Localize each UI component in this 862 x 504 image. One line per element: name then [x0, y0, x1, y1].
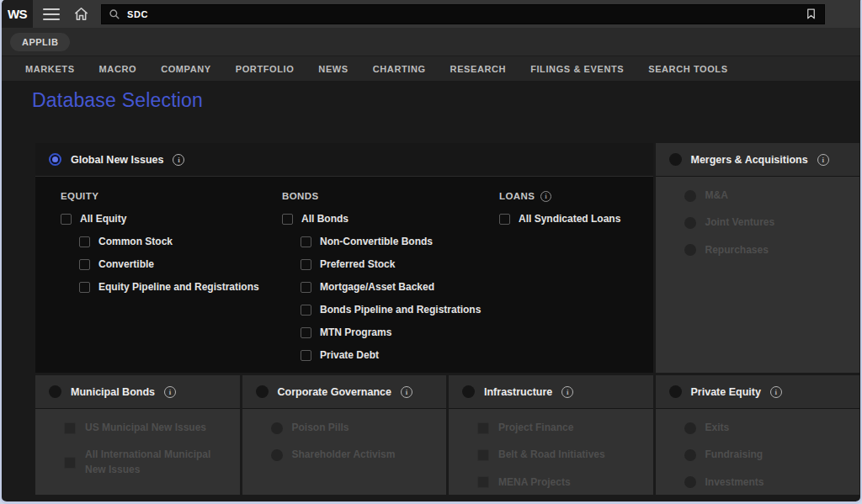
info-icon[interactable] — [401, 386, 412, 398]
search-input[interactable] — [127, 9, 805, 19]
checkbox[interactable] — [79, 236, 90, 247]
radio-corporate-governance[interactable] — [256, 385, 269, 398]
main-nav: MARKETS MACRO COMPANY PORTFOLIO NEWS CHA… — [2, 56, 860, 81]
search-icon — [109, 8, 120, 20]
disabled-radio-item-shareholder-activism: Shareholder Activism — [271, 448, 447, 462]
checkbox-label: Non-Convertible Bonds — [320, 236, 433, 247]
panel-private-equity: Private Equity Exits Fundraising Investm… — [656, 375, 860, 495]
page-title: Database Selection — [32, 89, 856, 112]
checkbox-item-all-equity[interactable]: All Equity — [61, 213, 282, 225]
bookmark-icon[interactable] — [805, 8, 817, 20]
checkbox[interactable] — [301, 236, 311, 247]
radio-disabled — [684, 449, 696, 461]
checkbox[interactable] — [301, 282, 311, 293]
disabled-checkbox-item-mena-projects: MENA Projects — [477, 475, 653, 490]
panel-header-private-equity[interactable]: Private Equity — [656, 375, 860, 409]
panel-title: Global New Issues — [71, 154, 163, 166]
info-icon[interactable] — [770, 386, 782, 398]
panel-body-infrastructure: Project Finance Belt & Road Initiatives … — [449, 409, 653, 495]
info-icon[interactable] — [817, 154, 829, 166]
tab-applib[interactable]: APPLIB — [10, 33, 70, 51]
checkbox-item-preferred-stock[interactable]: Preferred Stock — [301, 258, 499, 270]
checkbox-item-mtn-programs[interactable]: MTN Programs — [301, 326, 499, 338]
radio-disabled — [684, 217, 696, 229]
radio-global-new-issues-selected[interactable] — [49, 153, 61, 166]
checkbox[interactable] — [301, 305, 311, 316]
item-label: US Municipal New Issues — [85, 421, 206, 435]
nav-research[interactable]: RESEARCH — [450, 64, 507, 74]
nav-portfolio[interactable]: PORTFOLIO — [236, 64, 295, 74]
top-bar: WS — [2, 0, 860, 28]
panel-body-municipal-bonds: US Municipal New Issues All Internationa… — [35, 409, 240, 495]
checkbox-item-all-bonds[interactable]: All Bonds — [282, 213, 499, 225]
checkbox[interactable] — [79, 282, 90, 293]
panel-header-corporate-governance[interactable]: Corporate Governance — [242, 375, 447, 409]
item-label: Poison Pills — [292, 421, 349, 435]
checkbox-item-mortgage-asset-backed[interactable]: Mortgage/Asset Backed — [301, 281, 499, 293]
search-bar[interactable] — [101, 4, 825, 24]
radio-disabled — [271, 449, 283, 461]
column-header-bonds: BONDS — [282, 190, 499, 202]
checkbox-item-all-syndicated-loans[interactable]: All Syndicated Loans — [499, 213, 653, 225]
menu-icon[interactable] — [43, 8, 60, 20]
checkbox[interactable] — [301, 259, 311, 270]
nav-macro[interactable]: MACRO — [99, 64, 137, 74]
checkbox-disabled — [477, 476, 489, 488]
item-label: Repurchases — [705, 243, 769, 257]
panel-mergers-acquisitions: Mergers & Acquisitions M&A Joint Venture… — [656, 143, 860, 373]
column-equity: EQUITY All Equity Common Stock Convertib… — [61, 190, 282, 373]
radio-infrastructure[interactable] — [462, 385, 475, 398]
checkbox[interactable] — [61, 214, 72, 225]
checkbox-label: All Bonds — [301, 213, 349, 225]
checkbox-disabled — [64, 422, 76, 434]
checkbox[interactable] — [282, 214, 293, 225]
checkbox[interactable] — [301, 350, 311, 361]
panel-title: Mergers & Acquisitions — [691, 154, 808, 166]
database-grid: Global New Issues EQUITY All Equity Comm… — [35, 143, 859, 495]
nav-news[interactable]: NEWS — [318, 64, 348, 74]
checkbox-item-common-stock[interactable]: Common Stock — [79, 236, 282, 247]
panel-header-global-new-issues[interactable]: Global New Issues — [35, 143, 653, 177]
checkbox-item-bonds-pipeline[interactable]: Bonds Pipeline and Registrations — [301, 304, 499, 316]
checkbox[interactable] — [499, 214, 510, 225]
item-label: Shareholder Activism — [292, 448, 396, 462]
workspace-logo[interactable]: WS — [2, 0, 33, 28]
info-icon[interactable] — [164, 386, 176, 398]
nav-charting[interactable]: CHARTING — [373, 64, 426, 74]
nav-company[interactable]: COMPANY — [161, 64, 211, 74]
panel-global-new-issues: Global New Issues EQUITY All Equity Comm… — [35, 143, 653, 373]
info-icon[interactable] — [561, 386, 573, 398]
nav-markets[interactable]: MARKETS — [25, 64, 75, 74]
checkbox-disabled — [64, 457, 76, 469]
disabled-radio-item-fundraising: Fundraising — [684, 448, 860, 462]
checkbox-item-private-debt[interactable]: Private Debt — [301, 349, 499, 361]
disabled-radio-item-ma: M&A — [684, 188, 860, 203]
panel-corporate-governance: Corporate Governance Poison Pills Shareh… — [242, 375, 447, 495]
info-icon[interactable] — [173, 154, 184, 166]
column-bonds: BONDS All Bonds Non-Convertible Bonds Pr… — [282, 190, 499, 373]
radio-private-equity[interactable] — [669, 385, 682, 398]
item-label: Fundraising — [705, 448, 764, 462]
checkbox-item-non-convertible-bonds[interactable]: Non-Convertible Bonds — [301, 236, 499, 247]
panel-header-municipal-bonds[interactable]: Municipal Bonds — [35, 375, 240, 409]
info-icon[interactable] — [540, 191, 551, 202]
column-header-label: LOANS — [499, 191, 535, 201]
radio-disabled — [271, 422, 283, 434]
panel-header-infrastructure[interactable]: Infrastructure — [449, 375, 653, 409]
nav-search-tools[interactable]: SEARCH TOOLS — [648, 64, 727, 74]
checkbox-item-convertible[interactable]: Convertible — [79, 258, 282, 270]
checkbox[interactable] — [79, 259, 90, 270]
checkbox-disabled — [477, 422, 489, 434]
home-button[interactable] — [73, 6, 89, 22]
disabled-radio-item-joint-ventures: Joint Ventures — [684, 215, 860, 230]
checkbox-item-equity-pipeline[interactable]: Equity Pipeline and Registrations — [79, 281, 282, 293]
column-header-loans: LOANS — [499, 190, 653, 202]
radio-municipal-bonds[interactable] — [49, 385, 61, 398]
checkbox-label: Bonds Pipeline and Registrations — [320, 304, 481, 316]
nav-filings-events[interactable]: FILINGS & EVENTS — [530, 64, 624, 74]
checkbox-label: Private Debt — [320, 349, 379, 361]
radio-mergers-acquisitions[interactable] — [669, 153, 682, 166]
panel-body-mergers-acquisitions: M&A Joint Ventures Repurchases — [656, 177, 860, 373]
panel-header-mergers-acquisitions[interactable]: Mergers & Acquisitions — [656, 143, 860, 177]
checkbox[interactable] — [301, 327, 311, 338]
